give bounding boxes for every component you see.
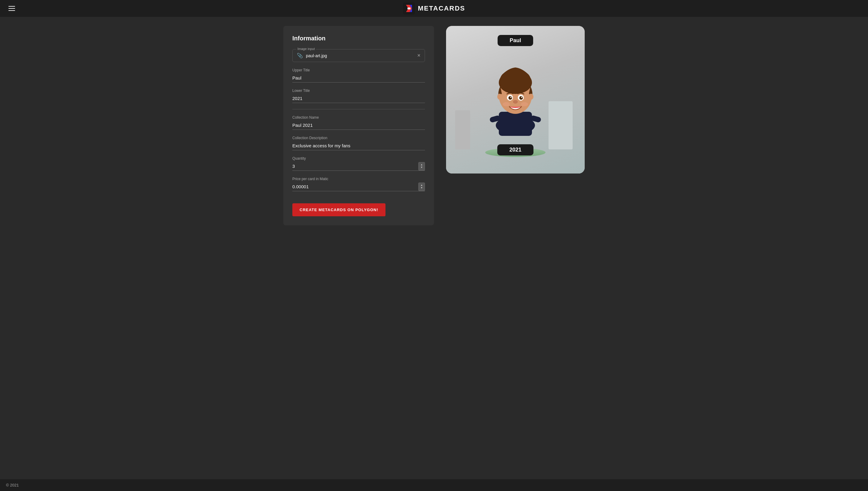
card-upper-bar: Paul [498,35,533,46]
lower-title-group: Lower Title [292,89,425,103]
svg-point-17 [513,100,518,104]
form-title: Information [292,35,425,42]
main-content: Information Image input 📎 paul-art.jpg ×… [0,17,868,479]
collection-name-label: Collection Name [292,115,425,120]
collection-description-label: Collection Description [292,136,425,140]
collection-description-group: Collection Description [292,136,425,150]
svg-point-19 [521,102,528,106]
price-group: Price per card in Matic ▲ ▼ [292,177,425,191]
card-art-container [446,46,585,144]
copyright-text: © 2021 [6,483,19,487]
logo: METACARDS [403,2,465,15]
svg-point-15 [510,97,511,98]
svg-rect-3 [408,7,411,9]
card-upper-title: Paul [510,37,521,44]
card-lower-title: 2021 [509,147,522,153]
logo-text: METACARDS [418,4,465,12]
create-metacards-button[interactable]: CREATE METACARDS ON POLYGON! [292,203,386,216]
hamburger-line-1 [8,6,15,7]
price-input-wrapper: ▲ ▼ [292,182,425,191]
spinner-up-arrow: ▲ [420,164,423,166]
card-preview: Paul [446,26,585,174]
svg-point-16 [521,97,522,98]
image-input-label: Image input [296,47,316,51]
lower-title-label: Lower Title [292,89,425,93]
upper-title-group: Upper Title [292,68,425,83]
logo-icon [403,2,415,15]
clear-image-button[interactable]: × [417,52,420,59]
collection-name-group: Collection Name [292,115,425,130]
image-filename: paul-art.jpg [306,53,414,58]
form-panel: Information Image input 📎 paul-art.jpg ×… [283,26,434,225]
hamburger-line-2 [8,8,15,9]
quantity-input[interactable] [292,162,418,171]
spinner-down-arrow: ▼ [420,166,423,169]
character-illustration [482,53,549,137]
quantity-label: Quantity [292,156,425,161]
svg-point-10 [529,94,533,100]
hamburger-button[interactable] [6,4,18,13]
upper-title-input[interactable] [292,74,425,83]
upper-title-label: Upper Title [292,68,425,72]
price-input[interactable] [292,182,418,191]
collection-description-input[interactable] [292,141,425,150]
footer: © 2021 [0,479,868,491]
price-label: Price per card in Matic [292,177,425,181]
svg-rect-5 [499,112,532,136]
svg-point-13 [508,96,512,100]
image-input-wrapper: Image input 📎 paul-art.jpg × [292,49,425,62]
price-spinner[interactable]: ▲ ▼ [418,182,425,191]
svg-point-9 [497,94,502,100]
price-spinner-up-arrow: ▲ [420,184,423,186]
lower-title-input[interactable] [292,94,425,103]
quantity-spinner[interactable]: ▲ ▼ [418,162,425,171]
collection-name-input[interactable] [292,121,425,130]
header: METACARDS [0,0,868,17]
price-spinner-down-arrow: ▼ [420,187,423,189]
preview-panel: Paul [446,26,585,174]
svg-point-18 [503,102,510,106]
paperclip-icon: 📎 [297,53,303,58]
quantity-group: Quantity ▲ ▼ [292,156,425,171]
quantity-input-wrapper: ▲ ▼ [292,162,425,171]
hamburger-line-3 [8,10,15,11]
svg-point-14 [519,96,523,100]
card-lower-bar: 2021 [497,144,533,155]
divider-1 [292,109,425,109]
